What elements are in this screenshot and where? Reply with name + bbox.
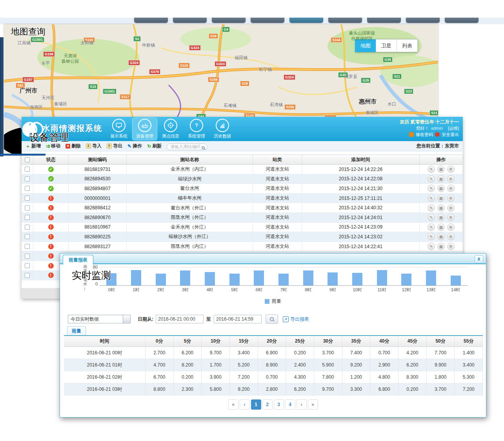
nav-item-question[interactable]: ?系统管理 — [184, 118, 209, 140]
calendar-icon[interactable]: ▦ — [437, 214, 445, 221]
row-checkbox[interactable] — [25, 234, 30, 239]
settings-icon[interactable]: ⚙ — [447, 165, 455, 173]
export-report-link[interactable]: ↗ 导出报表 — [283, 316, 309, 323]
popup-titlebar[interactable] — [60, 254, 486, 264]
calendar-icon[interactable]: ▦ — [437, 223, 445, 231]
map-town-label: 石滩镇 — [224, 103, 237, 109]
calendar-icon[interactable]: ▦ — [437, 194, 445, 202]
row-checkbox[interactable] — [25, 196, 30, 201]
browser-tab[interactable] — [445, 18, 479, 23]
calendar-icon[interactable]: ▦ — [437, 175, 445, 183]
settings-icon[interactable]: ⚙ — [447, 233, 455, 240]
station-type-cell: 河道水文站 — [253, 194, 302, 203]
page-button-»[interactable]: » — [308, 399, 318, 410]
station-code-cell: 8826893127 — [69, 242, 127, 251]
browser-tab[interactable] — [328, 18, 362, 23]
edit-icon[interactable]: ✎ — [428, 194, 435, 202]
edit-icon[interactable]: ✎ — [428, 214, 435, 221]
date-from-input[interactable] — [156, 315, 204, 323]
settings-icon[interactable]: ⚙ — [447, 194, 455, 202]
row-checkbox[interactable] — [25, 273, 30, 278]
logout-link[interactable]: 安全退出 — [442, 131, 459, 138]
range-select[interactable]: 今日实时数据 — [68, 315, 131, 323]
map-view-button-卫星[interactable]: 卫星 — [376, 39, 397, 52]
row-checkbox[interactable] — [25, 167, 30, 172]
settings-icon[interactable]: ⚙ — [447, 185, 455, 192]
chevron-down-icon[interactable] — [123, 315, 130, 323]
settings-icon[interactable]: ⚙ — [447, 214, 455, 221]
row-checkbox[interactable] — [25, 244, 30, 249]
settings-icon[interactable]: ⚙ — [447, 204, 455, 212]
calendar-icon[interactable]: ▦ — [437, 233, 445, 240]
change-password-link[interactable]: 修改密码 — [416, 131, 433, 138]
nav-item-chart[interactable]: 历史数据 — [210, 118, 235, 140]
search-icon[interactable] — [202, 144, 206, 148]
page-button-«[interactable]: « — [228, 399, 238, 410]
rain-bar — [451, 276, 461, 285]
settings-icon[interactable]: ⚙ — [447, 243, 455, 250]
browser-tab[interactable] — [134, 18, 168, 23]
edit-icon[interactable]: ✎ — [428, 175, 435, 183]
browser-tab[interactable] — [173, 18, 207, 23]
nav-item-monitor[interactable]: 展示系统 — [106, 118, 131, 140]
row-checkbox[interactable] — [25, 215, 30, 220]
map-park-label-line: 天鹿湖 — [62, 53, 79, 59]
settings-icon[interactable]: ⚙ — [447, 175, 455, 183]
tab-rain[interactable]: 雨量 — [67, 326, 86, 336]
page-button-3[interactable]: 3 — [274, 399, 284, 410]
toolbar-refresh-button[interactable]: ↻刷新 — [147, 143, 162, 149]
station-code-cell: 8826890225 — [69, 232, 127, 241]
row-checkbox[interactable] — [25, 254, 30, 259]
browser-tab[interactable] — [289, 18, 323, 23]
toolbar-operate-button[interactable]: ✎操作 — [127, 143, 142, 149]
calendar-icon[interactable]: ▦ — [437, 243, 445, 250]
browser-tab[interactable] — [406, 18, 440, 23]
row-checkbox[interactable] — [25, 205, 30, 211]
minute-value-cell: 3.400 — [455, 359, 483, 371]
user-info: 农历 贰零壹伍年 十二月十一 您好！admin [运维] 修改密码 安全退出 — [400, 119, 459, 138]
station-cell — [22, 184, 33, 193]
page-button-‹[interactable]: ‹ — [240, 399, 250, 410]
close-icon[interactable]: X — [475, 255, 483, 263]
station-cell: ! — [33, 203, 69, 212]
row-checkbox[interactable] — [25, 176, 30, 181]
edit-icon[interactable]: ✎ — [428, 204, 435, 212]
edit-icon[interactable]: ✎ — [428, 223, 435, 231]
calendar-icon[interactable]: ▦ — [437, 204, 445, 212]
browser-tab[interactable] — [212, 18, 246, 23]
select-all-checkbox[interactable] — [25, 157, 30, 162]
edit-icon[interactable]: ✎ — [428, 185, 435, 192]
calendar-icon[interactable]: ▦ — [437, 165, 445, 173]
date-to-input[interactable] — [214, 315, 262, 323]
page-button-4[interactable]: 4 — [285, 399, 295, 410]
rain-bar — [131, 270, 141, 285]
page-button-1[interactable]: 1 — [251, 399, 261, 410]
edit-icon[interactable]: ✎ — [428, 243, 435, 250]
road-shield: S15 — [88, 84, 98, 89]
rain-bar — [205, 272, 215, 285]
browser-tab[interactable] — [251, 18, 284, 23]
settings-icon[interactable]: ⚙ — [447, 223, 455, 231]
station-cell — [22, 174, 33, 184]
road-shield: G4 — [222, 27, 230, 32]
nav-item-device[interactable]: 设备管理 — [132, 118, 157, 140]
rain-bar — [352, 273, 362, 285]
calendar-icon[interactable]: ▦ — [437, 185, 445, 192]
edit-icon[interactable]: ✎ — [428, 165, 435, 173]
nav-item-target[interactable]: 测点信息 — [158, 118, 183, 140]
browser-tab[interactable] — [367, 18, 401, 23]
tab-rain-report[interactable]: 雨量报表 — [63, 255, 93, 265]
row-checkbox[interactable] — [25, 263, 30, 268]
edit-icon[interactable]: ✎ — [428, 233, 435, 240]
search-button[interactable] — [266, 314, 278, 324]
map-town-label: 黄埔区 — [54, 101, 67, 107]
page-button-›[interactable]: › — [297, 399, 307, 410]
row-checkbox[interactable] — [25, 186, 30, 191]
row-checkbox[interactable] — [25, 225, 30, 230]
minute-value-cell: 0.700 — [258, 371, 286, 383]
minute-value-cell: 4.800 — [370, 371, 398, 383]
page-button-2[interactable]: 2 — [262, 399, 273, 410]
toolbar-export-button[interactable]: ⇧导出 — [107, 143, 122, 149]
map-view-button-列表[interactable]: 列表 — [397, 39, 418, 52]
toolbar-import-button[interactable]: ⇩导入 — [86, 143, 102, 149]
